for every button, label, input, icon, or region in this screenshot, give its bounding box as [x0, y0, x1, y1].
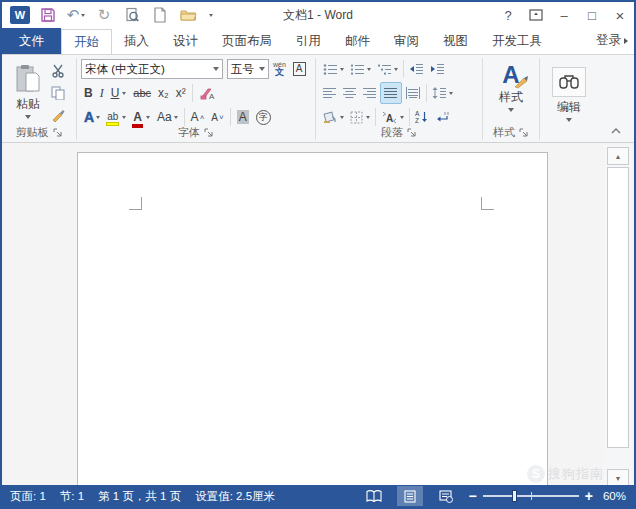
print-preview-icon	[124, 7, 140, 23]
character-border-button[interactable]: A	[290, 58, 309, 80]
tab-references[interactable]: 引用	[284, 29, 333, 54]
web-layout-button[interactable]	[433, 486, 459, 506]
bold-button[interactable]: B	[81, 82, 96, 104]
distribute-icon	[405, 87, 421, 99]
increase-indent-button[interactable]	[427, 58, 448, 80]
new-document-button[interactable]	[148, 5, 172, 25]
zoom-slider[interactable]	[483, 495, 579, 497]
paragraph-dialog-launcher[interactable]	[407, 128, 417, 138]
styles-icon: A	[502, 63, 519, 87]
tab-insert[interactable]: 插入	[112, 29, 161, 54]
tab-mailings[interactable]: 邮件	[333, 29, 382, 54]
tab-review[interactable]: 审阅	[382, 29, 431, 54]
italic-button[interactable]: I	[97, 82, 107, 104]
subscript-button[interactable]: x₂	[155, 82, 172, 104]
font-name-combo[interactable]: 宋体 (中文正文)	[81, 59, 223, 79]
phonetic-guide-button[interactable]: wén文	[270, 58, 289, 80]
zoom-slider-thumb[interactable]	[512, 490, 517, 502]
phonetic-guide-icon: wén文	[273, 61, 286, 77]
styles-button[interactable]: A 样式	[499, 58, 523, 130]
scrollbar-thumb[interactable]	[607, 167, 629, 448]
numbering-button[interactable]	[347, 58, 374, 80]
tab-design[interactable]: 设计	[161, 29, 210, 54]
save-button[interactable]	[36, 5, 60, 25]
distribute-button[interactable]	[402, 82, 424, 104]
margin-crop-mark-left	[129, 197, 142, 210]
print-layout-icon	[404, 490, 416, 503]
group-clipboard: 粘贴	[2, 55, 76, 142]
sign-in-button[interactable]: 登录	[590, 27, 634, 54]
document-page[interactable]	[77, 152, 548, 489]
editing-label: 编辑	[557, 99, 581, 116]
bullets-button[interactable]	[320, 58, 347, 80]
shading-icon	[323, 111, 338, 124]
paste-button[interactable]: 粘贴	[9, 60, 47, 124]
justify-button[interactable]	[380, 82, 402, 104]
vertical-scrollbar[interactable]: ▲ ▼	[604, 145, 632, 489]
status-section[interactable]: 节: 1	[60, 489, 84, 504]
title-bar: 文档1 - Word W ↶ ↻	[2, 2, 634, 28]
line-spacing-icon	[432, 87, 447, 99]
redo-button[interactable]: ↻	[92, 5, 116, 25]
help-button[interactable]: ?	[494, 4, 522, 26]
read-mode-button[interactable]	[361, 486, 387, 506]
copy-button[interactable]	[47, 84, 69, 102]
font-size-combo[interactable]: 五号	[227, 59, 269, 79]
format-painter-button[interactable]	[47, 106, 69, 124]
status-setting[interactable]: 设置值: 2.5厘米	[195, 489, 275, 504]
tab-developer[interactable]: 开发工具	[480, 29, 554, 54]
clear-formatting-button[interactable]: A	[196, 82, 218, 104]
maximize-button[interactable]: □	[578, 4, 606, 26]
tab-page-layout[interactable]: 页面布局	[210, 29, 284, 54]
tab-view[interactable]: 视图	[431, 29, 480, 54]
tab-home[interactable]: 开始	[61, 29, 112, 54]
watermark-logo: S	[527, 465, 545, 483]
ribbon-display-options-icon	[529, 9, 543, 21]
clipboard-dialog-launcher[interactable]	[53, 128, 63, 138]
quick-access-toolbar: W ↶ ↻	[2, 5, 218, 25]
ribbon-display-options-button[interactable]	[522, 4, 550, 26]
cut-button[interactable]	[47, 62, 69, 80]
highlight-icon: ab	[107, 112, 118, 122]
qat-customize-button[interactable]	[204, 5, 218, 25]
styles-dialog-launcher[interactable]	[519, 128, 529, 138]
undo-dropdown[interactable]	[81, 14, 85, 17]
superscript-button[interactable]: x²	[173, 82, 189, 104]
editing-button[interactable]: 编辑	[552, 58, 586, 130]
collapse-ribbon-icon	[611, 128, 621, 134]
scroll-up-button[interactable]: ▲	[607, 147, 629, 165]
zoom-in-button[interactable]: +	[585, 489, 593, 503]
cut-icon	[51, 64, 65, 78]
font-group-label: 字体	[178, 125, 200, 140]
save-icon	[40, 7, 56, 23]
group-editing: 编辑	[540, 55, 598, 142]
align-center-icon	[343, 87, 357, 99]
asian-layout-icon: A	[381, 111, 398, 124]
align-center-button[interactable]	[340, 82, 360, 104]
undo-button[interactable]: ↶	[64, 5, 88, 25]
align-right-button[interactable]	[360, 82, 380, 104]
print-preview-button[interactable]	[120, 5, 144, 25]
close-button[interactable]: ×	[606, 4, 634, 26]
align-left-button[interactable]	[320, 82, 340, 104]
decrease-indent-button[interactable]	[406, 58, 427, 80]
sort-icon: A Z	[415, 110, 429, 124]
zoom-level[interactable]: 60%	[603, 490, 626, 502]
tab-file[interactable]: 文件	[2, 28, 61, 54]
minimize-button[interactable]: –	[550, 4, 578, 26]
underline-button[interactable]: U	[108, 82, 130, 104]
print-layout-button[interactable]	[397, 486, 423, 506]
strikethrough-button[interactable]: abc	[130, 82, 154, 104]
multilevel-list-button[interactable]	[374, 58, 401, 80]
zoom-out-button[interactable]: −	[469, 489, 477, 503]
open-button[interactable]	[176, 5, 200, 25]
svg-text:A: A	[209, 92, 215, 100]
collapse-ribbon-button[interactable]	[608, 124, 624, 138]
line-spacing-button[interactable]	[429, 82, 456, 104]
status-page[interactable]: 页面: 1	[10, 489, 46, 504]
status-page-of[interactable]: 第 1 页，共 1 页	[98, 489, 181, 504]
word-logo-icon[interactable]: W	[8, 5, 32, 25]
font-dialog-launcher[interactable]	[204, 128, 214, 138]
font-color-icon: A	[133, 110, 142, 124]
read-mode-icon	[366, 490, 382, 502]
